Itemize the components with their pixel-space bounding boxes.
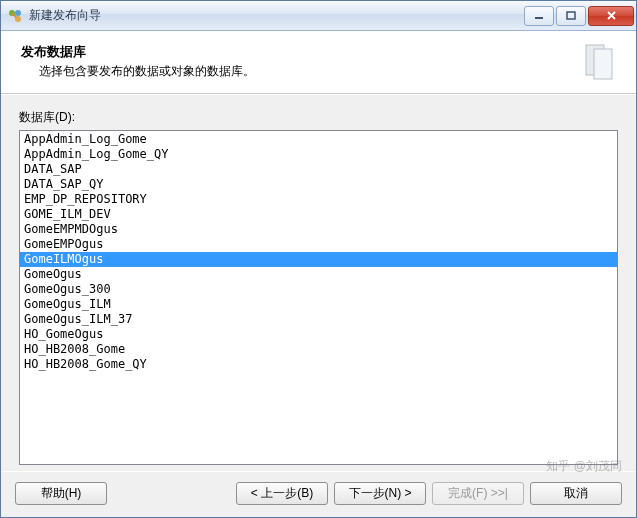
cancel-button[interactable]: 取消 <box>530 482 622 505</box>
header-graphic <box>578 39 622 83</box>
svg-rect-3 <box>535 17 543 19</box>
wizard-window: 新建发布向导 发布数据库 选择包含要发布的数据或对象的数据库。 <box>0 0 637 518</box>
database-listbox[interactable]: AppAdmin_Log_GomeAppAdmin_Log_Gome_QYDAT… <box>19 130 618 465</box>
svg-point-2 <box>15 16 21 22</box>
svg-rect-4 <box>567 12 575 19</box>
list-item[interactable]: GomeOgus <box>20 267 617 282</box>
maximize-icon <box>566 11 576 21</box>
list-item[interactable]: GomeILMOgus <box>20 252 617 267</box>
list-item[interactable]: HO_HB2008_Gome_QY <box>20 357 617 372</box>
page-title: 发布数据库 <box>21 43 570 61</box>
back-button[interactable]: < 上一步(B) <box>236 482 328 505</box>
minimize-icon <box>534 11 544 21</box>
list-item[interactable]: DATA_SAP <box>20 162 617 177</box>
window-title: 新建发布向导 <box>29 7 522 24</box>
list-item[interactable]: DATA_SAP_QY <box>20 177 617 192</box>
list-item[interactable]: AppAdmin_Log_Gome_QY <box>20 147 617 162</box>
list-item[interactable]: GomeEMPMDOgus <box>20 222 617 237</box>
minimize-button[interactable] <box>524 6 554 26</box>
content-area: 数据库(D): AppAdmin_Log_GomeAppAdmin_Log_Go… <box>1 94 636 471</box>
next-button[interactable]: 下一步(N) > <box>334 482 426 505</box>
footer: 帮助(H) < 上一步(B) 下一步(N) > 完成(F) >>| 取消 <box>1 472 636 517</box>
list-item[interactable]: EMP_DP_REPOSITORY <box>20 192 617 207</box>
finish-button: 完成(F) >>| <box>432 482 524 505</box>
svg-rect-6 <box>594 49 612 79</box>
list-item[interactable]: GOME_ILM_DEV <box>20 207 617 222</box>
list-item[interactable]: GomeOgus_ILM <box>20 297 617 312</box>
database-list-label: 数据库(D): <box>19 109 618 126</box>
window-controls <box>522 6 634 26</box>
list-item[interactable]: AppAdmin_Log_Gome <box>20 132 617 147</box>
app-icon <box>7 8 23 24</box>
list-item[interactable]: GomeOgus_300 <box>20 282 617 297</box>
list-item[interactable]: HO_HB2008_Gome <box>20 342 617 357</box>
wizard-header: 发布数据库 选择包含要发布的数据或对象的数据库。 <box>1 31 636 94</box>
help-button[interactable]: 帮助(H) <box>15 482 107 505</box>
close-button[interactable] <box>588 6 634 26</box>
list-item[interactable]: HO_GomeOgus <box>20 327 617 342</box>
titlebar: 新建发布向导 <box>1 1 636 31</box>
maximize-button[interactable] <box>556 6 586 26</box>
svg-point-1 <box>15 10 21 16</box>
close-icon <box>606 11 617 21</box>
list-item[interactable]: GomeOgus_ILM_37 <box>20 312 617 327</box>
list-item[interactable]: GomeEMPOgus <box>20 237 617 252</box>
page-subtitle: 选择包含要发布的数据或对象的数据库。 <box>39 63 570 80</box>
